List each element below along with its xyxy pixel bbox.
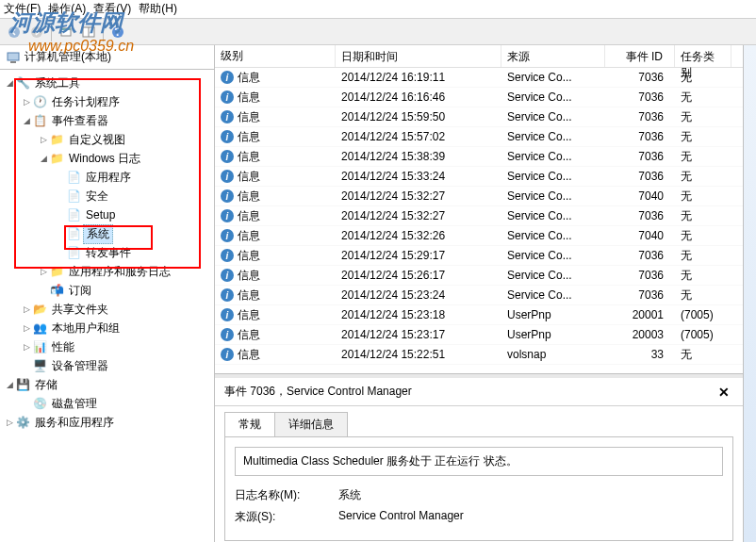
menu-file[interactable]: 文件(F) [4, 1, 41, 17]
cell-source: Service Co... [501, 207, 605, 224]
log-icon: 📄 [66, 170, 81, 185]
tree-disk-mgmt[interactable]: 💿磁盘管理 [0, 394, 214, 413]
col-source[interactable]: 来源 [501, 45, 605, 67]
tree-local-users[interactable]: ▷👥本地用户和组 [0, 319, 214, 337]
device-icon: 🖥️ [32, 358, 47, 373]
tree-win-logs[interactable]: ◢📁Windows 日志 [0, 149, 214, 168]
log-icon: 📄 [66, 207, 81, 222]
back-button[interactable] [4, 22, 25, 42]
cell-source: Service Co... [501, 89, 605, 106]
cell-source: Service Co... [501, 188, 605, 205]
cell-datetime: 2014/12/24 15:23:17 [336, 326, 501, 343]
level-text: 信息 [238, 327, 260, 343]
cell-task: 无 [675, 167, 731, 187]
log-name-value: 系统 [338, 487, 361, 503]
event-row[interactable]: i信息2014/12/24 15:59:50Service Co...7036无 [215, 107, 743, 127]
cell-source: Service Co... [501, 267, 605, 284]
cell-datetime: 2014/12/24 16:16:46 [336, 89, 501, 106]
tree-svc-apps[interactable]: ▷⚙️服务和应用程序 [0, 413, 214, 432]
close-button[interactable]: ✕ [715, 385, 733, 400]
level-text: 信息 [238, 189, 260, 205]
folder-icon: 📁 [49, 264, 64, 279]
tree-setup[interactable]: 📄Setup [0, 205, 214, 224]
cell-datetime: 2014/12/24 15:33:24 [336, 168, 501, 185]
tree-device-mgr[interactable]: 🖥️设备管理器 [0, 356, 214, 375]
event-row[interactable]: i信息2014/12/24 15:29:17Service Co...7036无 [215, 246, 743, 266]
event-row[interactable]: i信息2014/12/24 15:23:24Service Co...7036无 [215, 286, 743, 305]
tree-perf[interactable]: ▷📊性能 [0, 337, 214, 356]
separator [51, 23, 52, 41]
col-level[interactable]: 级别 [215, 45, 336, 67]
share-icon: 📂 [32, 302, 47, 317]
perf-icon: 📊 [32, 339, 47, 354]
tree-forward[interactable]: 📄转发事件 [0, 243, 214, 262]
cell-eventid: 33 [605, 346, 675, 363]
eventvwr-icon: 📋 [32, 113, 47, 128]
tree-shared-folders[interactable]: ▷📂共享文件夹 [0, 300, 214, 319]
cell-datetime: 2014/12/24 15:57:02 [336, 128, 501, 145]
tree-event-viewer[interactable]: ◢📋事件查看器 [0, 111, 214, 130]
actions-pane-strip [743, 45, 756, 542]
event-row[interactable]: i信息2014/12/24 15:32:27Service Co...7036无 [215, 206, 743, 226]
tree-root[interactable]: 计算机管理(本地) [0, 45, 214, 70]
event-list[interactable]: 级别 日期和时间 来源 事件 ID 任务类别 i信息2014/12/24 16:… [215, 45, 743, 374]
tree-app-log[interactable]: 📄应用程序 [0, 168, 214, 187]
level-text: 信息 [238, 129, 260, 145]
winlog-icon: 📁 [49, 151, 64, 166]
event-row[interactable]: i信息2014/12/24 15:26:17Service Co...7036无 [215, 266, 743, 286]
tab-details[interactable]: 详细信息 [274, 412, 348, 436]
cell-task: 无 [675, 226, 731, 246]
cell-task: 无 [675, 107, 731, 127]
tree-subscriptions[interactable]: 📬订阅 [0, 281, 214, 300]
menubar: 文件(F) 操作(A) 查看(V) 帮助(H) [0, 0, 756, 19]
event-row[interactable]: i信息2014/12/24 15:38:39Service Co...7036无 [215, 147, 743, 167]
tree-system[interactable]: 📄系统 [0, 224, 214, 243]
cell-datetime: 2014/12/24 15:23:24 [336, 287, 501, 304]
cell-eventid: 7036 [605, 128, 675, 145]
cell-task: 无 [675, 88, 731, 107]
log-name-label: 日志名称(M): [235, 487, 338, 503]
event-row[interactable]: i信息2014/12/24 16:16:46Service Co...7036无 [215, 88, 743, 107]
event-row[interactable]: i信息2014/12/24 15:32:27Service Co...7040无 [215, 187, 743, 206]
event-row[interactable]: i信息2014/12/24 16:19:11Service Co...7036无 [215, 68, 743, 88]
col-datetime[interactable]: 日期和时间 [336, 45, 501, 67]
event-row[interactable]: i信息2014/12/24 15:33:24Service Co...7036无 [215, 167, 743, 187]
event-row[interactable]: i信息2014/12/24 15:23:18UserPnp20001(7005) [215, 305, 743, 325]
tree-task-sched[interactable]: ▷🕐任务计划程序 [0, 92, 214, 111]
tree-storage[interactable]: ◢💾存储 [0, 375, 214, 394]
menu-action[interactable]: 操作(A) [48, 1, 86, 17]
clock-icon: 🕐 [32, 94, 47, 109]
tab-general[interactable]: 常规 [224, 412, 275, 436]
info-icon: i [221, 328, 234, 341]
col-task[interactable]: 任务类别 [675, 45, 731, 67]
menu-help[interactable]: 帮助(H) [139, 1, 177, 17]
toolbar-icon-2[interactable] [78, 22, 99, 42]
tree-custom-views[interactable]: ▷📁自定义视图 [0, 130, 214, 149]
tree-security[interactable]: 📄安全 [0, 187, 214, 205]
menu-view[interactable]: 查看(V) [93, 1, 131, 17]
event-row[interactable]: i信息2014/12/24 15:23:17UserPnp20003(7005) [215, 325, 743, 345]
event-row[interactable]: i信息2014/12/24 15:22:51volsnap33无 [215, 345, 743, 365]
info-icon: i [221, 209, 234, 222]
forward-button[interactable] [26, 22, 47, 42]
toolbar-icon-1[interactable] [56, 22, 76, 42]
cell-eventid: 7036 [605, 69, 675, 86]
storage-icon: 💾 [15, 377, 30, 392]
info-icon: i [221, 71, 234, 84]
cell-datetime: 2014/12/24 15:32:26 [336, 227, 501, 244]
tree-sys-tools[interactable]: ◢🔧系统工具 [0, 74, 214, 92]
cell-task: 无 [675, 266, 731, 286]
info-icon: i [221, 189, 234, 203]
cell-task: (7005) [675, 326, 731, 343]
event-row[interactable]: i信息2014/12/24 15:32:26Service Co...7040无 [215, 226, 743, 246]
info-icon: i [221, 150, 234, 163]
help-button[interactable]: ? [107, 22, 128, 42]
tree-app-svc-logs[interactable]: ▷📁应用程序和服务日志 [0, 262, 214, 281]
separator [103, 23, 104, 41]
cell-source: Service Co... [501, 108, 605, 125]
users-icon: 👥 [32, 320, 47, 336]
cell-source: Service Co... [501, 148, 605, 165]
level-text: 信息 [238, 228, 260, 244]
col-eventid[interactable]: 事件 ID [605, 45, 675, 67]
event-row[interactable]: i信息2014/12/24 15:57:02Service Co...7036无 [215, 127, 743, 147]
